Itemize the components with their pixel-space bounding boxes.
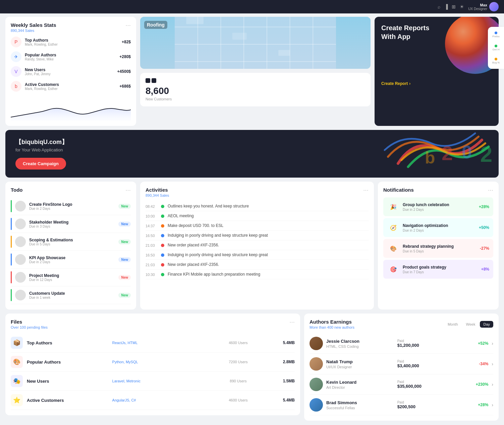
avatar[interactable] (489, 2, 499, 11)
activity-item: 10:30 Finance KPI Mobile app launch prep… (146, 270, 369, 279)
svg-text:2: 2 (480, 142, 492, 167)
notif-icon: 🎯 (387, 263, 399, 275)
todo-item: KPI App Showcase Due in 2 Days New (11, 251, 131, 269)
activity-dot (161, 224, 164, 228)
notifications-title: Notifications (383, 187, 414, 193)
stat-icon: b (11, 81, 21, 92)
stat-sub: Randy, Steve, Mike (25, 57, 116, 61)
user-profile[interactable]: Max UX Designer (468, 2, 499, 11)
row-1: ⋯ Weekly Sales Stats 890,344 Sales P Top… (5, 17, 499, 126)
prebu-dot (495, 32, 497, 34)
activity-text: Make deposit USD 700. to ESL (168, 223, 369, 228)
campaign-row: 【biqubiqU.com】 for Your Web Application … (5, 130, 499, 178)
svg-rect-14 (278, 50, 290, 56)
author-arrow-icon[interactable]: › (492, 361, 493, 367)
todo-due: Due in 2 Days (29, 207, 115, 210)
file-tags: Laravel, Metronic (112, 379, 194, 383)
todo-info: Create FireStone Logo Due in 2 Days (29, 202, 115, 210)
search-icon[interactable]: ⌕ (438, 4, 440, 9)
geth-label: Get H (493, 48, 500, 51)
notif-name: Rebrand strategy planning (403, 244, 477, 249)
sidebar-item-buyn[interactable]: Buy N (490, 56, 502, 66)
author-info: Jessie Clarcson HTML, CSS Coding (326, 339, 394, 348)
notif-name: Product goals strategy (403, 265, 478, 270)
notif-icon: 🎉 (387, 201, 399, 213)
todo-bar (11, 200, 12, 212)
file-users: 890 Users (198, 379, 279, 383)
activity-text: Outlines keep you honest. And keep struc… (168, 204, 369, 208)
file-tags: Python, MySQL (112, 360, 194, 364)
author-arrow-icon[interactable]: › (492, 341, 493, 346)
create-report-link[interactable]: Create Report › (381, 81, 492, 86)
activities-menu[interactable]: ⋯ (363, 187, 369, 193)
author-arrow-icon[interactable]: › (492, 382, 493, 387)
author-name: Brad Simmons (326, 400, 394, 405)
sidebar-item-prebu[interactable]: Prebu (490, 30, 501, 40)
activity-time: 21:03 (146, 243, 158, 247)
create-campaign-button[interactable]: Create Campaign (15, 158, 66, 170)
stat-icon: P (11, 37, 21, 47)
notif-info: Navigation optimization Due in 2 Days (403, 223, 475, 232)
stat-name: Popular Authors (25, 53, 116, 57)
sales-chart (11, 97, 131, 121)
weekly-sales-menu[interactable]: ⋯ (125, 22, 131, 29)
file-item: 📦 Top Authors ReactJs, HTML 4600 Users 5… (11, 333, 295, 352)
notif-due: Due in 5 Days (403, 249, 477, 253)
stat-value: +686$ (119, 84, 131, 89)
author-arrow-icon[interactable]: › (492, 402, 493, 408)
todo-name: Scoping & Estimations (29, 238, 115, 242)
todo-menu[interactable]: ⋯ (125, 187, 131, 193)
author-paid: Paid $35,600,000 (397, 380, 465, 389)
buyn-label: Buy N (492, 61, 500, 64)
author-item: Brad Simmons Successful Fellas Paid $200… (310, 395, 493, 415)
activity-dot (161, 205, 164, 208)
todo-avatar (15, 254, 26, 265)
file-icon: ⭐ (11, 394, 23, 406)
customers-label: New Customers (146, 97, 365, 101)
stat-value: +4500$ (117, 69, 131, 74)
author-role: UI/UX Designer (326, 365, 394, 369)
file-size: 5.4MB (283, 398, 295, 403)
author-paid: Paid $3,400,000 (397, 360, 465, 368)
sidebar-item-geth[interactable]: Get H (491, 43, 502, 53)
author-item: Jessie Clarcson HTML, CSS Coding Paid $1… (310, 333, 493, 354)
user-name: Max (468, 3, 487, 7)
period-tab-day[interactable]: Day (480, 321, 493, 328)
todo-avatar (15, 272, 26, 283)
author-amount: $200,500 (397, 404, 465, 409)
notifications-menu[interactable]: ⋯ (488, 187, 493, 193)
author-amount: $35,600,000 (397, 384, 465, 389)
author-amount: $3,400,000 (397, 363, 465, 368)
files-title: Files (11, 319, 48, 325)
activity-text: New order placed #XF-2356. (168, 243, 369, 247)
todo-name: Stakeholder Meeting (29, 220, 115, 225)
svg-rect-12 (186, 17, 204, 24)
todo-item: Stakeholder Meeting Due in 3 Days New (11, 215, 131, 233)
author-paid: Paid $200,500 (397, 400, 465, 409)
todo-due: Due in 3 Days (29, 225, 115, 228)
stat-value: +280$ (119, 54, 131, 59)
file-users: 4600 Users (198, 341, 279, 345)
activity-text: AEOL meeting (168, 214, 369, 218)
row-3: Todo ⋯ Create FireStone Logo Due in 2 Da… (5, 182, 499, 310)
author-avatar (310, 337, 323, 350)
prebu-label: Prebu (492, 35, 499, 38)
battery-icon: ▐ (444, 4, 448, 9)
notifications-card: Notifications ⋯ 🎉 Group lunch celebratio… (378, 182, 499, 310)
activities-title: Activities (146, 187, 169, 193)
activity-time: 21:03 (146, 263, 158, 267)
todo-avatar (15, 219, 26, 229)
author-role: Successful Fellas (326, 406, 394, 410)
activity-text: Indulging in poorly driving and keep str… (168, 252, 369, 257)
period-tab-month[interactable]: Month (444, 321, 461, 328)
files-menu[interactable]: ⋯ (289, 319, 295, 325)
author-avatar (310, 398, 323, 412)
todo-bar (11, 253, 12, 266)
files-card: Files Over 100 pending files ⋯ 📦 Top Aut… (5, 314, 300, 415)
settings-icon[interactable]: ☀ (460, 4, 464, 9)
weekly-sales-card: ⋯ Weekly Sales Stats 890,344 Sales P Top… (5, 17, 136, 126)
grid-icon[interactable]: ⊞ (452, 4, 456, 9)
stat-name: New Users (25, 67, 114, 72)
notif-value: +50% (479, 225, 489, 230)
period-tab-week[interactable]: Week (463, 321, 479, 328)
